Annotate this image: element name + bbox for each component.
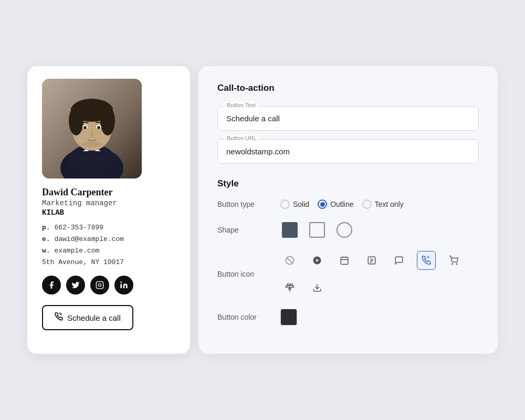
button-text-input[interactable] — [217, 106, 479, 131]
profile-card: Dawid Carpenter Marketing manager KILAB … — [27, 66, 190, 354]
button-icon-row: Button icon — [217, 251, 479, 297]
radio-text-only-circle — [362, 200, 372, 209]
icon-chat-btn[interactable] — [390, 251, 408, 270]
icon-play-btn[interactable] — [308, 251, 327, 270]
button-url-label: Button URL — [225, 135, 259, 141]
linkedin-icon[interactable] — [114, 276, 133, 295]
button-color-row: Button color — [217, 309, 479, 326]
icon-list-btn[interactable] — [362, 251, 381, 270]
shape-options — [280, 220, 354, 239]
profile-info: p. 662-353-7899 e. dawid@example.com w. … — [42, 222, 124, 268]
profile-name: Dawid Carpenter — [42, 187, 112, 198]
button-icon-options — [280, 251, 479, 297]
radio-outline[interactable]: Outline — [318, 200, 353, 209]
app-container: Dawid Carpenter Marketing manager KILAB … — [10, 49, 514, 371]
phone-icon — [55, 312, 63, 323]
svg-point-14 — [97, 126, 100, 129]
profile-company: KILAB — [42, 208, 64, 217]
svg-point-19 — [120, 282, 122, 284]
instagram-icon[interactable] — [90, 276, 109, 295]
svg-point-13 — [83, 126, 87, 129]
shape-rect-filled-btn[interactable] — [280, 220, 299, 239]
style-section-title: Style — [217, 178, 479, 189]
cta-section-title: Call-to-action — [217, 83, 479, 93]
shape-rect-filled-icon — [282, 222, 298, 238]
svg-point-32 — [452, 264, 453, 265]
profile-title: Marketing manager — [42, 199, 117, 207]
shape-rect-outline-btn[interactable] — [308, 220, 327, 239]
svg-point-33 — [456, 264, 457, 265]
icon-calendar-btn[interactable] — [335, 251, 354, 270]
button-color-options — [280, 309, 297, 326]
shape-circle-outline-btn[interactable] — [335, 220, 354, 239]
svg-rect-16 — [96, 282, 103, 289]
svg-rect-10 — [71, 108, 113, 118]
schedule-call-button[interactable]: Schedule a call — [42, 305, 133, 330]
icon-cart-btn[interactable] — [444, 251, 463, 270]
cta-button-label: Schedule a call — [67, 313, 121, 322]
settings-panel: Call-to-action Button Text Button URL St… — [198, 66, 498, 354]
shape-row: Shape — [217, 220, 479, 239]
shape-label: Shape — [217, 226, 280, 234]
icon-none-btn[interactable] — [280, 251, 299, 270]
button-color-label: Button color — [217, 313, 280, 321]
button-url-input[interactable] — [217, 139, 479, 164]
radio-solid[interactable]: Solid — [280, 200, 309, 209]
button-type-options: Solid Outline Text only — [280, 200, 404, 209]
button-type-row: Button type Solid Outline Text only — [217, 200, 479, 209]
icon-download-btn[interactable] — [308, 278, 327, 297]
button-text-label: Button Text — [225, 102, 258, 108]
radio-solid-circle — [280, 200, 290, 209]
button-color-swatch[interactable] — [280, 309, 297, 326]
button-type-label: Button type — [217, 200, 280, 208]
svg-line-21 — [287, 258, 293, 264]
svg-point-15 — [81, 142, 102, 147]
shape-circle-outline-icon — [337, 222, 352, 238]
social-icons — [42, 276, 133, 295]
profile-photo — [42, 79, 142, 178]
shape-rect-outline-icon — [309, 222, 325, 238]
button-icon-label: Button icon — [217, 270, 280, 278]
svg-rect-18 — [120, 284, 122, 288]
radio-text-only[interactable]: Text only — [362, 200, 404, 209]
icon-phone-btn[interactable] — [417, 251, 436, 270]
facebook-icon[interactable] — [42, 276, 61, 295]
radio-outline-circle — [318, 200, 327, 209]
twitter-icon[interactable] — [66, 276, 85, 295]
svg-rect-24 — [341, 257, 348, 265]
icon-gift-btn[interactable] — [280, 278, 299, 297]
button-url-field: Button URL — [217, 139, 479, 164]
button-text-field: Button Text — [217, 106, 479, 131]
